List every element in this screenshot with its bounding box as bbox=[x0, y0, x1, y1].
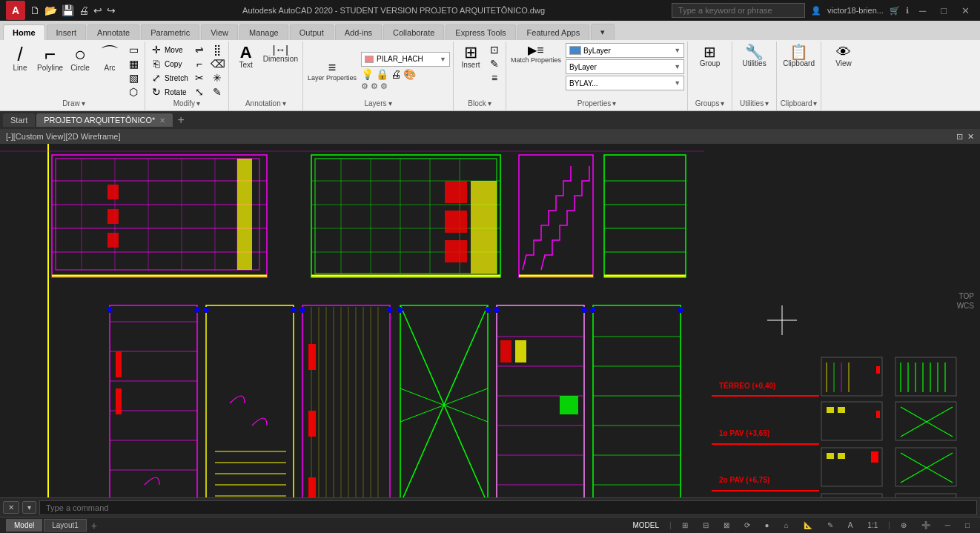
status-minus-btn[interactable]: ─ bbox=[941, 520, 955, 530]
command-menu-btn[interactable]: ▾ bbox=[22, 501, 36, 514]
top-view-btn[interactable]: TOP bbox=[959, 292, 974, 300]
tab-annotate[interactable]: Annotate bbox=[87, 24, 139, 40]
minimize-btn[interactable]: ─ bbox=[915, 4, 930, 18]
text-button[interactable]: A Text bbox=[232, 43, 260, 71]
open-icon[interactable]: 📂 bbox=[44, 4, 57, 16]
define-attr-button[interactable]: ≡ bbox=[486, 71, 503, 85]
status-ortho-btn[interactable]: ⊠ bbox=[719, 520, 734, 530]
draw-group-label[interactable]: Draw▾ bbox=[62, 99, 85, 109]
polyline-button[interactable]: ⌐ Polyline bbox=[36, 43, 64, 74]
status-lw-btn[interactable]: ✎ bbox=[823, 520, 838, 530]
match-properties-button[interactable]: ▶≡ Match Properties bbox=[509, 43, 563, 66]
fillet-button[interactable]: ⌐ bbox=[191, 57, 208, 70]
view-restore-icon[interactable]: ⊡ bbox=[956, 132, 963, 142]
copy-button[interactable]: ⎗Copy bbox=[148, 57, 190, 70]
erase-button[interactable]: ⌫ bbox=[209, 57, 225, 70]
hatch-button[interactable]: ▦ bbox=[125, 57, 142, 70]
explode-button[interactable]: ✳ bbox=[209, 71, 225, 85]
wcs-btn[interactable]: WCS bbox=[957, 302, 974, 310]
rotate-button[interactable]: ↻Rotate bbox=[148, 85, 190, 99]
status-zoom-btn[interactable]: ⊕ bbox=[896, 520, 911, 530]
tab-parametric[interactable]: Parametric bbox=[141, 24, 199, 40]
clipboard-button[interactable]: 📋 Clipboard bbox=[781, 43, 816, 70]
doc-tab-close-icon[interactable]: ✕ bbox=[159, 116, 165, 125]
layers-group-label[interactable]: Layers▾ bbox=[364, 99, 391, 109]
tab-output[interactable]: Output bbox=[290, 24, 334, 40]
trim-button[interactable]: ✂ bbox=[191, 71, 208, 85]
view-button[interactable]: 👁 View bbox=[830, 43, 858, 70]
rectangle-button[interactable]: ▭ bbox=[125, 43, 142, 56]
layout-tab-layout1[interactable]: Layout1 bbox=[44, 519, 87, 532]
cart-icon[interactable]: 🛒 bbox=[890, 6, 900, 16]
layer-tool6[interactable]: ⚙ bbox=[371, 82, 378, 91]
tab-insert[interactable]: Insert bbox=[47, 24, 87, 40]
tab-express[interactable]: Express Tools bbox=[446, 24, 515, 40]
undo-icon[interactable]: ↩ bbox=[93, 4, 102, 16]
maximize-btn[interactable]: □ bbox=[936, 4, 951, 18]
tab-home[interactable]: Home bbox=[3, 24, 45, 40]
array-button[interactable]: ⣿ bbox=[209, 43, 225, 56]
status-scale-btn[interactable]: 1:1 bbox=[863, 520, 882, 530]
info-icon[interactable]: ℹ bbox=[906, 6, 909, 16]
arc-button[interactable]: ⌒ Arc bbox=[96, 43, 124, 74]
move-button[interactable]: ✛Move bbox=[148, 43, 190, 56]
tab-manage[interactable]: Manage bbox=[239, 24, 288, 40]
status-polar-btn[interactable]: ⟳ bbox=[740, 520, 755, 530]
utilities-button[interactable]: 🔧 Utilities bbox=[741, 43, 769, 70]
search-input[interactable] bbox=[672, 3, 805, 18]
status-snap-btn[interactable]: ⊟ bbox=[698, 520, 713, 530]
layer-dropdown[interactable]: PILAR_HACH ▼ bbox=[361, 52, 450, 67]
gradient-button[interactable]: ▧ bbox=[125, 71, 142, 85]
color-dropdown[interactable]: ByLayer ▼ bbox=[566, 43, 684, 58]
status-grid-btn[interactable]: ⊞ bbox=[678, 520, 692, 530]
redo-icon[interactable]: ↪ bbox=[107, 4, 116, 16]
edit-block-button[interactable]: ✎ bbox=[486, 57, 503, 70]
annotation-group-label[interactable]: Annotation▾ bbox=[245, 99, 286, 109]
tab-addins[interactable]: Add-ins bbox=[335, 24, 382, 40]
layer-properties-button[interactable]: ≡ Layer Properties bbox=[306, 59, 358, 84]
command-input[interactable] bbox=[39, 500, 977, 515]
status-osnap-btn[interactable]: ● bbox=[761, 520, 774, 530]
status-settings-btn[interactable]: □ bbox=[961, 520, 974, 530]
utilities-group-label[interactable]: Utilities▾ bbox=[740, 99, 769, 109]
status-plus-btn[interactable]: ➕ bbox=[917, 520, 935, 530]
new-icon[interactable]: 🗋 bbox=[30, 4, 40, 16]
status-otrack-btn[interactable]: ⌂ bbox=[780, 520, 793, 530]
create-block-button[interactable]: ⊡ bbox=[486, 43, 503, 56]
doc-tab-add-btn[interactable]: + bbox=[174, 113, 187, 127]
command-close-btn[interactable]: ✕ bbox=[3, 501, 19, 514]
doc-tab-start[interactable]: Start bbox=[3, 113, 35, 127]
layout-tab-model[interactable]: Model bbox=[6, 519, 42, 532]
line-button[interactable]: / Line bbox=[6, 43, 34, 74]
dimension-button[interactable]: |↔| Dimension bbox=[262, 43, 299, 65]
clipboard-group-label[interactable]: Clipboard▾ bbox=[781, 99, 818, 109]
drawing-viewport[interactable]: TÉRREO (+0,40) 1o PAV (+3,65) 2o PAV (+6… bbox=[0, 144, 980, 497]
layer-tool5[interactable]: ⚙ bbox=[361, 82, 368, 91]
close-btn[interactable]: ✕ bbox=[957, 4, 974, 18]
lineweight-dropdown[interactable]: BYLAY... ▼ bbox=[566, 76, 684, 90]
tab-collaborate[interactable]: Collaborate bbox=[383, 24, 444, 40]
layer-tool3[interactable]: 🖨 bbox=[391, 68, 401, 80]
layer-tool7[interactable]: ⚙ bbox=[380, 82, 388, 91]
tab-more[interactable]: ▾ bbox=[591, 24, 615, 40]
tab-featured[interactable]: Featured Apps bbox=[517, 24, 590, 40]
layer-tool4[interactable]: 🎨 bbox=[403, 68, 416, 80]
print-icon[interactable]: 🖨 bbox=[79, 4, 89, 16]
scale-button[interactable]: ⤡ bbox=[191, 85, 208, 99]
boundary-button[interactable]: ⬡ bbox=[125, 85, 142, 99]
modify-group-label[interactable]: Modify▾ bbox=[173, 99, 200, 109]
layer-tool1[interactable]: 💡 bbox=[361, 68, 374, 80]
linetype-dropdown[interactable]: ByLayer ▼ bbox=[566, 59, 684, 74]
layer-tool2[interactable]: 🔒 bbox=[376, 68, 388, 80]
tab-view[interactable]: View bbox=[201, 24, 238, 40]
status-model-btn[interactable]: MODEL bbox=[628, 520, 663, 530]
group-button[interactable]: ⊞ Group bbox=[696, 43, 724, 70]
doc-tab-projeto[interactable]: PROJETO ARQUITETÔNICO* ✕ bbox=[36, 113, 173, 127]
status-tp-btn[interactable]: A bbox=[844, 520, 858, 530]
stretch-button[interactable]: ⤢Stretch bbox=[148, 71, 190, 85]
circle-button[interactable]: ○ Circle bbox=[66, 43, 94, 74]
groups-group-label[interactable]: Groups▾ bbox=[695, 99, 725, 109]
mirror-button[interactable]: ⇌ bbox=[191, 43, 208, 56]
properties-group-label[interactable]: Properties▾ bbox=[577, 99, 617, 109]
block-group-label[interactable]: Block▾ bbox=[468, 99, 491, 109]
